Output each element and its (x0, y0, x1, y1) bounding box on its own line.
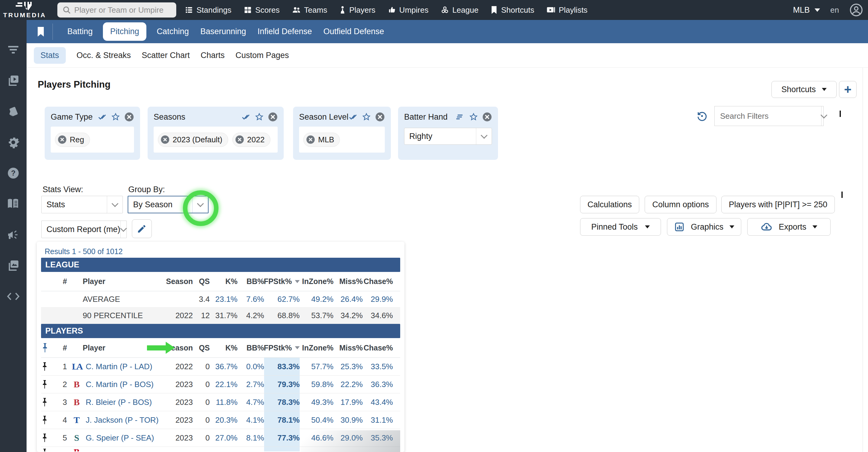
nav-teams[interactable]: Teams (292, 5, 328, 15)
player-link[interactable]: R. Bleier (P - BOS) (86, 398, 152, 407)
chip-2022[interactable]: 2022 (232, 133, 271, 147)
col-fpstk-sorted[interactable]: FPStk% (264, 272, 300, 291)
nav-league[interactable]: League (441, 5, 479, 15)
code-icon[interactable] (7, 290, 20, 303)
double-check-icon[interactable] (349, 112, 358, 121)
double-check-icon[interactable] (98, 112, 107, 121)
shortcuts-dropdown-button[interactable]: Shortcuts (771, 81, 837, 98)
pin-button[interactable] (41, 411, 55, 429)
collapse-controls-chevron[interactable] (841, 192, 843, 197)
batter-hand-select[interactable]: Righty (404, 128, 492, 145)
remove-filter-icon[interactable] (482, 112, 492, 122)
language-selector[interactable]: en (830, 5, 839, 15)
custom-report-dropdown[interactable]: Custom Report (me) (41, 221, 127, 238)
remove-filter-icon[interactable] (124, 112, 134, 122)
options-lines-icon[interactable] (456, 112, 465, 121)
nav-scores[interactable]: Scores (244, 5, 280, 15)
filter-icon[interactable] (7, 44, 20, 56)
video-playlist-icon[interactable] (7, 74, 20, 87)
tab-infield-defense[interactable]: Infield Defense (256, 27, 313, 36)
chip-2023-default[interactable]: 2023 (Default) (158, 133, 228, 147)
col-season[interactable]: Season (165, 338, 193, 358)
pin-column-header[interactable] (41, 338, 55, 358)
chip-remove-icon[interactable] (58, 135, 67, 144)
tab-charts[interactable]: Charts (201, 51, 225, 60)
col-miss[interactable]: Miss% (334, 272, 363, 291)
calculations-button[interactable]: Calculations (580, 196, 639, 213)
edit-report-button[interactable] (132, 219, 152, 238)
col-k[interactable]: K% (210, 338, 238, 358)
search-filters-box[interactable] (714, 106, 824, 126)
chip-remove-icon[interactable] (161, 135, 169, 144)
bookmark-icon[interactable] (37, 26, 45, 37)
col-chase[interactable]: Chase% (363, 338, 393, 358)
tab-batting[interactable]: Batting (66, 27, 94, 36)
help-icon[interactable]: ? (7, 167, 20, 179)
search-input[interactable] (74, 5, 176, 15)
search-filters-input[interactable] (715, 112, 821, 121)
double-check-icon[interactable] (242, 112, 250, 121)
results-summary[interactable]: Results 1 - 500 of 1012 (37, 242, 404, 258)
filter-history-icon[interactable] (696, 110, 708, 122)
star-icon[interactable] (362, 112, 371, 121)
gallery-icon[interactable] (7, 259, 20, 272)
column-options-button[interactable]: Column options (645, 196, 716, 213)
col-rank[interactable]: # (55, 272, 67, 291)
col-qs[interactable]: QS (193, 338, 210, 358)
league-selector[interactable]: MLB (793, 5, 820, 15)
col-inzone[interactable]: InZone% (300, 272, 334, 291)
tab-baserunning[interactable]: Baserunning (199, 27, 247, 36)
cards-icon[interactable] (7, 105, 20, 118)
col-k[interactable]: K% (210, 272, 238, 291)
col-season[interactable]: Season (165, 272, 193, 291)
col-inzone[interactable]: InZone% (300, 338, 334, 358)
group-by-dropdown[interactable]: By Season (128, 196, 209, 213)
pin-button[interactable] (41, 375, 55, 393)
chip-reg[interactable]: Reg (55, 133, 90, 147)
star-icon[interactable] (255, 112, 264, 121)
trumedia-logo[interactable]: TRUMEDIA (1, 1, 48, 18)
col-player[interactable]: Player (67, 272, 165, 291)
col-chase[interactable]: Chase% (363, 272, 393, 291)
players-filter-button[interactable]: Players with [P|PIT] >= 250 (721, 196, 835, 213)
star-icon[interactable] (111, 112, 120, 121)
glossary-book-icon[interactable] (7, 198, 20, 210)
global-search[interactable] (57, 2, 176, 18)
graphics-button[interactable]: Graphics (667, 218, 741, 236)
exports-button[interactable]: Exports (747, 218, 831, 236)
chip-remove-icon[interactable] (306, 135, 315, 144)
col-qs[interactable]: QS (193, 272, 210, 291)
nav-shortcuts[interactable]: Shortcuts (490, 5, 534, 15)
pin-button[interactable] (41, 358, 55, 375)
col-bb[interactable]: BB% (238, 272, 264, 291)
tab-pitching[interactable]: Pitching (103, 22, 146, 41)
player-link[interactable]: C. Martin (P - BOS) (86, 380, 154, 389)
stats-view-dropdown[interactable]: Stats (41, 196, 123, 213)
col-rank[interactable]: # (55, 338, 67, 358)
pinned-tools-button[interactable]: Pinned Tools (580, 218, 661, 236)
tab-scatter-chart[interactable]: Scatter Chart (142, 51, 190, 60)
col-player[interactable]: Player (67, 338, 165, 358)
star-icon[interactable] (469, 112, 478, 121)
chip-remove-icon[interactable] (235, 135, 244, 144)
tab-catching[interactable]: Catching (155, 27, 190, 36)
collapse-filters-chevron[interactable] (840, 111, 841, 116)
nav-playlists[interactable]: Playlists (546, 5, 587, 15)
remove-filter-icon[interactable] (375, 112, 385, 122)
col-fpstk-sorted[interactable]: FPStk% (264, 338, 300, 358)
col-bb[interactable]: BB% (238, 338, 264, 358)
tab-occ-streaks[interactable]: Occ. & Streaks (77, 51, 131, 60)
pin-button[interactable] (41, 393, 55, 411)
player-link[interactable]: G. Speier (P - SEA) (86, 433, 154, 443)
col-miss[interactable]: Miss% (334, 338, 363, 358)
nav-standings[interactable]: Standings (185, 5, 231, 15)
nav-players[interactable]: Players (339, 5, 375, 15)
tab-stats[interactable]: Stats (34, 47, 66, 64)
account-avatar-icon[interactable] (849, 3, 863, 17)
pin-button[interactable] (41, 429, 55, 447)
tab-outfield-defense[interactable]: Outfield Defense (322, 27, 385, 36)
chip-mlb[interactable]: MLB (303, 133, 340, 147)
player-link[interactable]: J. Jackson (P - TOR) (86, 416, 158, 425)
announcements-megaphone-icon[interactable] (7, 228, 20, 241)
remove-filter-icon[interactable] (268, 112, 278, 122)
